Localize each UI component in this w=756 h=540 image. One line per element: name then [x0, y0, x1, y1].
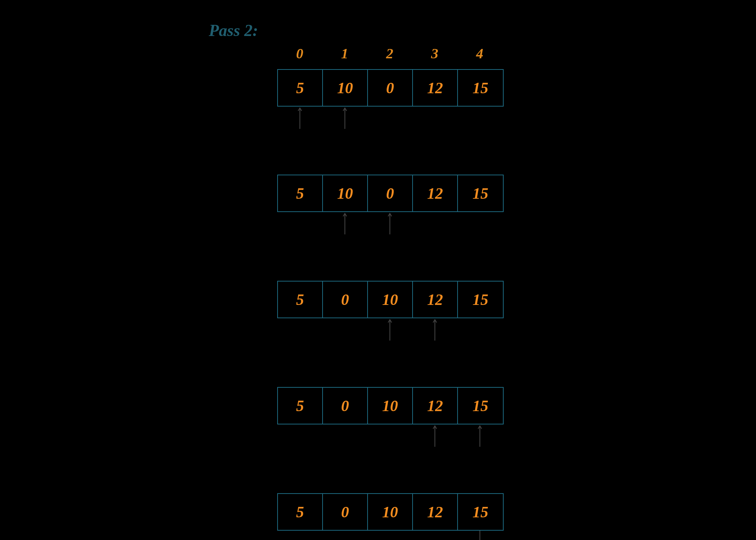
array-cell: 15: [458, 388, 503, 424]
compare-up-arrow-icon: [477, 424, 481, 446]
result-down-arrow-icon: [477, 531, 481, 540]
pass-title: Pass 2:: [209, 21, 258, 40]
array-cell: 12: [413, 388, 458, 424]
array-cell: 10: [368, 388, 413, 424]
array-row: 51001215: [277, 69, 504, 107]
compare-up-arrow-icon: [297, 107, 301, 128]
array-cell: 15: [458, 175, 503, 211]
compare-up-arrow-icon: [432, 424, 436, 446]
array-cell: 5: [278, 388, 323, 424]
array-cell: 5: [278, 175, 323, 211]
index-row: 01234: [277, 45, 502, 62]
compare-up-arrow-icon: [432, 318, 436, 340]
index-label: 1: [322, 45, 367, 62]
array-row: 50101215: [277, 281, 504, 318]
array-cell: 12: [413, 175, 458, 211]
array-cell: 12: [413, 494, 458, 530]
compare-up-arrow-icon: [342, 212, 346, 234]
array-cell: 5: [278, 494, 323, 530]
array-cell: 5: [278, 70, 323, 106]
compare-up-arrow-icon: [387, 212, 391, 234]
index-label: 2: [367, 45, 412, 62]
array-cell: 15: [458, 494, 503, 530]
array-cell: 15: [458, 282, 503, 318]
array-cell: 0: [368, 175, 413, 211]
array-cell: 12: [413, 282, 458, 318]
index-label: 3: [412, 45, 457, 62]
array-cell: 10: [368, 494, 413, 530]
array-cell: 12: [413, 70, 458, 106]
index-label: 0: [277, 45, 322, 62]
compare-up-arrow-icon: [387, 318, 391, 340]
array-cell: 0: [323, 494, 368, 530]
array-cell: 10: [323, 70, 368, 106]
array-row: 51001215: [277, 175, 504, 212]
array-row: 50101215: [277, 387, 504, 424]
index-label: 4: [457, 45, 502, 62]
array-cell: 0: [323, 388, 368, 424]
array-cell: 15: [458, 70, 503, 106]
array-cell: 10: [323, 175, 368, 211]
array-cell: 5: [278, 282, 323, 318]
array-row: 50101215: [277, 493, 504, 531]
diagram-stage: Pass 2:012345100121551001215501012155010…: [0, 0, 756, 540]
array-cell: 0: [368, 70, 413, 106]
compare-up-arrow-icon: [342, 107, 346, 128]
array-cell: 0: [323, 282, 368, 318]
array-cell: 10: [368, 282, 413, 318]
